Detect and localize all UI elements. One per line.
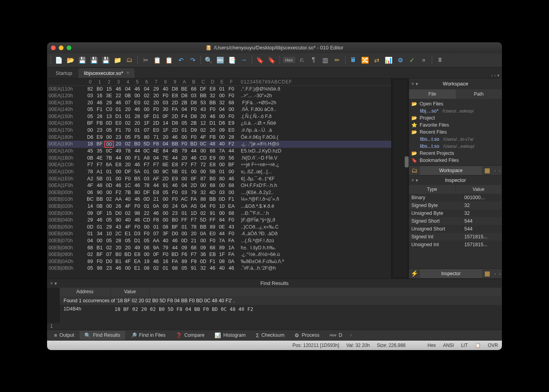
hex-byte[interactable]: 09 <box>180 245 189 252</box>
hex-byte[interactable]: 2D <box>161 176 170 183</box>
workspace-alt-icon[interactable]: ▦ <box>482 167 493 174</box>
hex-byte[interactable]: D8 <box>170 120 180 127</box>
folder-icon[interactable]: 📁 <box>113 55 123 65</box>
hex-byte[interactable]: 03 <box>180 189 189 196</box>
favorite-files-node[interactable]: ⭐Favorite Files <box>411 122 500 129</box>
hex-byte[interactable]: B5 <box>133 176 142 183</box>
hex-byte[interactable]: 09 <box>85 210 95 217</box>
hex-byte[interactable]: AA <box>114 196 123 203</box>
hex-byte[interactable]: D8 <box>189 113 198 120</box>
hex-byte[interactable]: E1 <box>133 265 142 272</box>
minimap[interactable] <box>391 78 409 279</box>
hex-byte[interactable]: F8 <box>151 217 161 224</box>
hex-byte[interactable]: 15 <box>104 86 114 93</box>
hex-byte[interactable]: 20 <box>208 127 217 134</box>
hex-byte[interactable]: 20 <box>161 134 170 141</box>
hex-byte[interactable]: E8 <box>151 189 161 196</box>
hex-row[interactable]: 00EA|110h82B015460446042940D8BE68DFE801F… <box>47 86 391 93</box>
hex-byte[interactable]: 78 <box>85 169 95 176</box>
hex-byte[interactable]: 46 <box>114 265 123 272</box>
hex-byte[interactable]: 88 <box>198 196 208 203</box>
hex-byte[interactable]: 00 <box>104 203 114 210</box>
workspace-path-tab[interactable]: Path <box>456 89 502 99</box>
inspector-row[interactable]: Unsigned Short544 <box>409 225 502 233</box>
hex-byte[interactable]: F7 <box>189 162 198 169</box>
hex-byte[interactable]: BF <box>95 251 104 258</box>
open-files-node[interactable]: 📂Open Files <box>411 100 500 107</box>
hex-byte[interactable]: 4E <box>95 155 104 162</box>
close-tab-icon[interactable]: × <box>126 70 129 76</box>
hex-byte[interactable]: E9 <box>170 176 180 183</box>
hex-ascii[interactable]: ....{€ßè..ð.2y2.. <box>241 189 274 196</box>
hex-byte[interactable]: 44 <box>217 230 227 238</box>
hex-row[interactable]: 00EB|060h0134102CE1D3F0073FD000200AE044F… <box>47 230 391 238</box>
hex-byte[interactable]: 00 <box>217 113 227 120</box>
hex-byte[interactable]: DF <box>123 169 133 176</box>
hex-byte[interactable]: 08 <box>161 224 170 231</box>
hex-byte[interactable]: F0 <box>142 230 151 238</box>
hex-byte[interactable]: BD <box>170 251 180 258</box>
hex-byte[interactable]: 09 <box>198 245 208 252</box>
hex-byte[interactable]: 98 <box>95 265 104 272</box>
hex-byte[interactable]: 32 <box>198 265 208 272</box>
d-tab[interactable]: movD <box>325 331 347 339</box>
hex-byte[interactable]: AC <box>180 196 189 203</box>
hex-byte[interactable]: B1 <box>95 245 104 252</box>
hex-byte[interactable]: 07 <box>104 251 114 258</box>
hex-byte[interactable]: 05 <box>161 189 170 196</box>
hex-byte[interactable]: C0 <box>104 106 114 113</box>
hex-byte[interactable]: 2C <box>114 230 123 238</box>
hex-byte[interactable]: 00 <box>217 182 227 189</box>
hex-byte[interactable]: 00 <box>227 106 236 113</box>
hex-byte[interactable]: 05 <box>123 134 133 141</box>
hex-byte[interactable]: 14 <box>161 120 170 127</box>
hex-byte[interactable]: 78 <box>189 224 198 231</box>
results-value-header[interactable]: Value <box>111 288 150 296</box>
hex-byte[interactable]: FA <box>170 258 180 265</box>
maximize-window-button[interactable] <box>67 45 71 50</box>
hex-byte[interactable]: 49 <box>114 148 123 155</box>
hex-byte[interactable]: 05 <box>85 113 95 120</box>
hex-byte[interactable]: A5 <box>189 203 198 210</box>
hex-byte[interactable]: E8 <box>170 93 180 100</box>
recent-projects-node[interactable]: 📂Recent Projects <box>411 150 500 157</box>
hex-byte[interactable]: 05 <box>104 217 114 224</box>
hex-byte[interactable]: 02 <box>151 265 161 272</box>
hex-byte[interactable]: 02 <box>85 251 95 258</box>
hex-byte[interactable]: 6A <box>104 162 114 169</box>
hex-byte[interactable]: 89 <box>180 258 189 265</box>
hex-byte[interactable]: 00 <box>198 169 208 176</box>
hex-byte[interactable]: 46 <box>95 217 104 224</box>
hex-byte[interactable]: 7A <box>217 148 227 155</box>
hex-byte[interactable]: 01 <box>104 176 114 183</box>
hex-byte[interactable]: 2D <box>189 182 198 189</box>
hex-byte[interactable]: A1 <box>95 169 104 176</box>
hex-byte[interactable]: D9 <box>189 127 198 134</box>
hex-byte[interactable]: 0B <box>85 155 95 162</box>
hex-byte[interactable]: F0 <box>180 141 189 148</box>
hex-byte[interactable]: BE <box>180 86 189 93</box>
hex-byte[interactable]: 01 <box>180 224 189 231</box>
hex-byte[interactable]: F0 <box>189 106 198 113</box>
hex-byte[interactable]: BD <box>189 141 198 148</box>
hex-byte[interactable]: 68 <box>208 245 217 252</box>
hex-byte[interactable]: CD <box>198 155 208 162</box>
hex-byte[interactable]: 02 <box>123 210 133 217</box>
hex-byte[interactable]: 0D <box>85 224 95 231</box>
hex-byte[interactable]: 06 <box>142 245 151 252</box>
hex-row[interactable]: 00EB|030h090F15D0029822460023011D0291006… <box>47 210 391 217</box>
hex-byte[interactable]: 20 <box>123 245 133 252</box>
hex-byte[interactable]: 28 <box>227 134 236 141</box>
hex-byte[interactable]: 45 <box>85 148 95 155</box>
hex-byte[interactable]: F2 <box>227 141 236 148</box>
hex-byte[interactable]: 16 <box>95 93 104 100</box>
hex-byte[interactable]: DF <box>198 86 208 93</box>
recent-file-item[interactable]: libs...t.so/Users/...esktop/ <box>411 143 500 150</box>
minimize-window-button[interactable] <box>59 45 64 50</box>
hex-byte[interactable]: D0 <box>170 230 180 238</box>
hex-byte[interactable]: 44 <box>227 148 236 155</box>
inspector-tab-label[interactable]: Inspector <box>420 269 482 278</box>
hex-byte[interactable]: 03 <box>142 176 151 183</box>
hex-row[interactable]: 00EA|150h052813D101280FD10F2DF4D8204600F… <box>47 113 391 120</box>
hex-ascii[interactable]: )F.@FÍø.°ÿ÷]ÿ„ð <box>241 217 275 224</box>
